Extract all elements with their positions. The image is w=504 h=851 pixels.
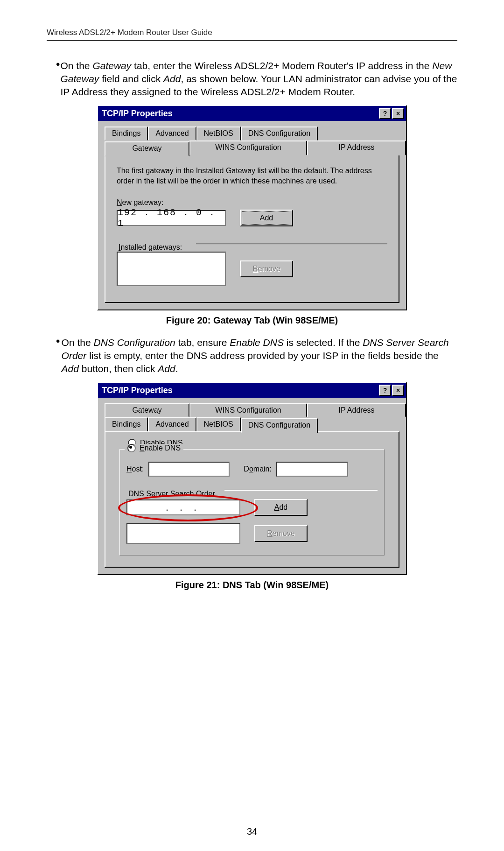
instruction-gateway: On the Gateway tab, enter the Wireless A… bbox=[60, 59, 457, 98]
host-input[interactable] bbox=[148, 462, 230, 477]
tab-gateway[interactable]: Gateway bbox=[105, 141, 189, 156]
tab-advanced[interactable]: Advanced bbox=[148, 417, 196, 432]
tab-wins-configuration[interactable]: WINS Configuration bbox=[189, 141, 307, 155]
tab-bindings[interactable]: Bindings bbox=[105, 127, 148, 141]
tcpip-properties-window-dns: TCP/IP Properties ? × Gateway WINS Confi… bbox=[97, 382, 407, 575]
dns-search-order-label: DNS Server Search Order bbox=[126, 490, 217, 498]
domain-input[interactable] bbox=[276, 462, 348, 477]
close-button[interactable]: × bbox=[392, 385, 404, 396]
new-gateway-label: New gateway: bbox=[117, 198, 387, 207]
remove-button: Remove bbox=[240, 260, 293, 277]
dns-ip-input[interactable]: . . . bbox=[126, 499, 240, 515]
page-header: Wireless ADSL2/2+ Modem Router User Guid… bbox=[47, 28, 457, 41]
tab-netbios[interactable]: NetBIOS bbox=[196, 417, 241, 432]
page-number: 34 bbox=[0, 826, 504, 837]
new-gateway-input[interactable]: 192 . 168 . 0 . 1 bbox=[117, 210, 226, 226]
host-label: Host: bbox=[126, 465, 144, 473]
tab-netbios[interactable]: NetBIOS bbox=[196, 127, 241, 141]
remove-button: Remove bbox=[254, 525, 308, 542]
domain-label: Domain: bbox=[244, 465, 272, 473]
tab-ip-address[interactable]: IP Address bbox=[307, 141, 406, 155]
close-button[interactable]: × bbox=[392, 108, 404, 119]
gateway-description: The first gateway in the Installed Gatew… bbox=[117, 166, 387, 186]
instruction-dns: On the DNS Configuration tab, ensure Ena… bbox=[62, 336, 457, 375]
bullet-icon: • bbox=[56, 59, 60, 98]
figure-caption-20: Figure 20: Gateway Tab (Win 98SE/ME) bbox=[47, 315, 457, 326]
figure-caption-21: Figure 21: DNS Tab (Win 98SE/ME) bbox=[47, 580, 457, 591]
tab-dns-configuration[interactable]: DNS Configuration bbox=[241, 127, 318, 141]
help-button[interactable]: ? bbox=[379, 385, 391, 396]
tcpip-properties-window-gateway: TCP/IP Properties ? × Bindings Advanced … bbox=[97, 105, 407, 310]
tab-bindings[interactable]: Bindings bbox=[105, 417, 148, 432]
tab-gateway[interactable]: Gateway bbox=[105, 403, 189, 417]
tab-dns-configuration[interactable]: DNS Configuration bbox=[241, 418, 318, 433]
dns-server-list[interactable] bbox=[126, 523, 240, 544]
installed-gateways-list[interactable] bbox=[117, 252, 226, 286]
bullet-icon: • bbox=[56, 336, 62, 375]
tab-advanced[interactable]: Advanced bbox=[148, 127, 196, 141]
window-title: TCP/IP Properties bbox=[100, 386, 378, 395]
tab-wins-configuration[interactable]: WINS Configuration bbox=[189, 403, 307, 417]
add-button[interactable]: Add bbox=[254, 499, 308, 516]
tab-ip-address[interactable]: IP Address bbox=[307, 403, 406, 417]
window-title: TCP/IP Properties bbox=[100, 109, 378, 119]
enable-dns-radio[interactable]: Enable DNS bbox=[125, 444, 183, 452]
add-button[interactable]: Add bbox=[240, 210, 293, 226]
help-button[interactable]: ? bbox=[379, 108, 391, 119]
installed-gateways-label: Installed gateways: bbox=[117, 243, 184, 251]
